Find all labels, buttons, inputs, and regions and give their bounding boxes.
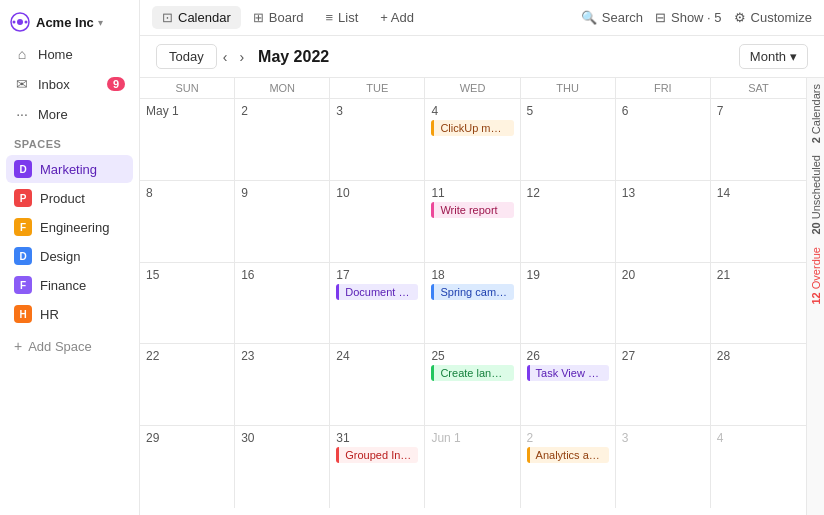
tab-calendar[interactable]: ⊡ Calendar — [152, 6, 241, 29]
cell-may30[interactable]: 30 — [235, 426, 330, 508]
cell-may4[interactable]: 4 ClickUp marketing plan — [425, 99, 520, 180]
sidebar-item-more[interactable]: ··· More — [6, 100, 133, 128]
cell-may6[interactable]: 6 — [616, 99, 711, 180]
cell-may31[interactable]: 31 Grouped Inbox Comments — [330, 426, 425, 508]
calendar-header: Today ‹ › May 2022 Month ▾ — [140, 36, 824, 78]
home-icon: ⌂ — [14, 46, 30, 62]
cell-may17[interactable]: 17 Document target users — [330, 263, 425, 344]
space-label-product: Product — [40, 191, 85, 206]
overdue-panel[interactable]: 12 Overdue — [808, 241, 824, 311]
app-logo — [10, 12, 30, 32]
cell-may29[interactable]: 29 — [140, 426, 235, 508]
space-label-engineering: Engineering — [40, 220, 109, 235]
sidebar-item-home[interactable]: ⌂ Home — [6, 40, 133, 68]
search-button[interactable]: 🔍 Search — [581, 10, 643, 25]
day-thu: Thu — [521, 78, 616, 98]
days-header: Sun Mon Tue Wed Thu Fri Sat — [140, 78, 806, 99]
day-mon: Mon — [235, 78, 330, 98]
calendar-main: Sun Mon Tue Wed Thu Fri Sat May 1 2 3 — [140, 78, 806, 515]
cell-may26[interactable]: 26 Task View Redesign — [521, 344, 616, 425]
cell-may11[interactable]: 11 Write report — [425, 181, 520, 262]
space-item-hr[interactable]: H HR — [6, 300, 133, 328]
cell-may10[interactable]: 10 — [330, 181, 425, 262]
cell-may5[interactable]: 5 — [521, 99, 616, 180]
week-2: 8 9 10 11 Write report 12 13 14 — [140, 181, 806, 263]
cell-may1[interactable]: May 1 — [140, 99, 235, 180]
cell-may8[interactable]: 8 — [140, 181, 235, 262]
calendars-panel[interactable]: 2 Calendars — [808, 78, 824, 149]
customize-button[interactable]: ⚙ Customize — [734, 10, 812, 25]
cell-may2[interactable]: 2 — [235, 99, 330, 180]
cell-may13[interactable]: 13 — [616, 181, 711, 262]
event-grouped-inbox[interactable]: Grouped Inbox Comments — [336, 447, 418, 463]
space-dot-hr: H — [14, 305, 32, 323]
cell-may28[interactable]: 28 — [711, 344, 806, 425]
add-space-icon: + — [14, 338, 22, 354]
day-sat: Sat — [711, 78, 806, 98]
space-dot-product: P — [14, 189, 32, 207]
day-sun: Sun — [140, 78, 235, 98]
event-write-report[interactable]: Write report — [431, 202, 513, 218]
tab-board[interactable]: ⊞ Board — [243, 6, 314, 29]
month-view-button[interactable]: Month ▾ — [739, 44, 808, 69]
inbox-icon: ✉ — [14, 76, 30, 92]
space-item-finance[interactable]: F Finance — [6, 271, 133, 299]
add-button-label: + Add — [380, 10, 414, 25]
add-button[interactable]: + Add — [370, 6, 424, 29]
event-document-target[interactable]: Document target users — [336, 284, 418, 300]
cell-may3[interactable]: 3 — [330, 99, 425, 180]
cell-jun4[interactable]: 4 — [711, 426, 806, 508]
spaces-section-title: Spaces — [0, 130, 139, 154]
cell-may7[interactable]: 7 — [711, 99, 806, 180]
calendars-label: Calendars — [810, 84, 822, 134]
prev-month-button[interactable]: ‹ — [217, 45, 234, 69]
show-button[interactable]: ⊟ Show · 5 — [655, 10, 722, 25]
search-icon: 🔍 — [581, 10, 597, 25]
cell-may9[interactable]: 9 — [235, 181, 330, 262]
tab-list[interactable]: ≡ List — [315, 6, 368, 29]
week-4: 22 23 24 25 Create landing page 26 Task … — [140, 344, 806, 426]
company-header[interactable]: Acme Inc ▾ — [0, 8, 139, 40]
spaces-list: D Marketing P Product F Engineering D De… — [0, 154, 139, 329]
event-analytics-audit[interactable]: Analytics audit — [527, 447, 609, 463]
overdue-label: Overdue — [810, 247, 822, 289]
board-tab-icon: ⊞ — [253, 10, 264, 25]
cell-may27[interactable]: 27 — [616, 344, 711, 425]
calendars-count: 2 — [810, 137, 822, 143]
space-label-finance: Finance — [40, 278, 86, 293]
sidebar-item-inbox[interactable]: ✉ Inbox 9 — [6, 70, 133, 98]
next-month-button[interactable]: › — [233, 45, 250, 69]
cell-may16[interactable]: 16 — [235, 263, 330, 344]
inbox-badge: 9 — [107, 77, 125, 91]
cell-may21[interactable]: 21 — [711, 263, 806, 344]
cell-may20[interactable]: 20 — [616, 263, 711, 344]
cell-may19[interactable]: 19 — [521, 263, 616, 344]
cell-may24[interactable]: 24 — [330, 344, 425, 425]
calendar-area: Sun Mon Tue Wed Thu Fri Sat May 1 2 3 — [140, 78, 824, 515]
cell-jun2[interactable]: 2 Analytics audit — [521, 426, 616, 508]
today-button[interactable]: Today — [156, 44, 217, 69]
space-item-engineering[interactable]: F Engineering — [6, 213, 133, 241]
event-clickup-marketing[interactable]: ClickUp marketing plan — [431, 120, 513, 136]
event-spring-campaign[interactable]: Spring campaign image assets — [431, 284, 513, 300]
unscheduled-panel[interactable]: 20 Unscheduled — [808, 149, 824, 241]
space-dot-design: D — [14, 247, 32, 265]
week-1: May 1 2 3 4 ClickUp marketing plan 5 6 7 — [140, 99, 806, 181]
add-space-button[interactable]: + Add Space — [0, 333, 139, 359]
cell-may18[interactable]: 18 Spring campaign image assets — [425, 263, 520, 344]
space-item-product[interactable]: P Product — [6, 184, 133, 212]
cell-may25[interactable]: 25 Create landing page — [425, 344, 520, 425]
cell-jun1[interactable]: Jun 1 — [425, 426, 520, 508]
event-landing-page[interactable]: Create landing page — [431, 365, 513, 381]
week-3: 15 16 17 Document target users 18 Spring… — [140, 263, 806, 345]
cell-may22[interactable]: 22 — [140, 344, 235, 425]
cell-jun3[interactable]: 3 — [616, 426, 711, 508]
space-item-marketing[interactable]: D Marketing — [6, 155, 133, 183]
space-item-design[interactable]: D Design — [6, 242, 133, 270]
event-task-view[interactable]: Task View Redesign — [527, 365, 609, 381]
cell-may15[interactable]: 15 — [140, 263, 235, 344]
cell-may12[interactable]: 12 — [521, 181, 616, 262]
month-chevron-icon: ▾ — [790, 49, 797, 64]
cell-may23[interactable]: 23 — [235, 344, 330, 425]
cell-may14[interactable]: 14 — [711, 181, 806, 262]
